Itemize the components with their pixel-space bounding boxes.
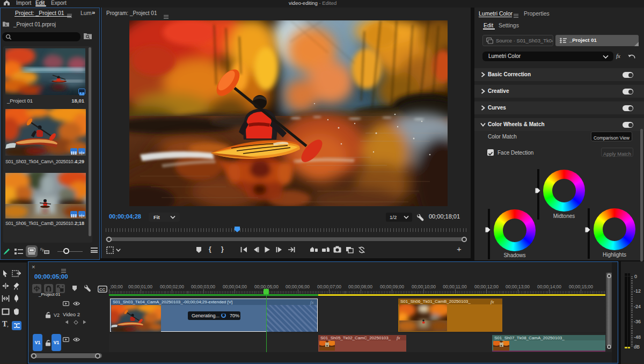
- svg-text:CC: CC: [99, 287, 105, 292]
